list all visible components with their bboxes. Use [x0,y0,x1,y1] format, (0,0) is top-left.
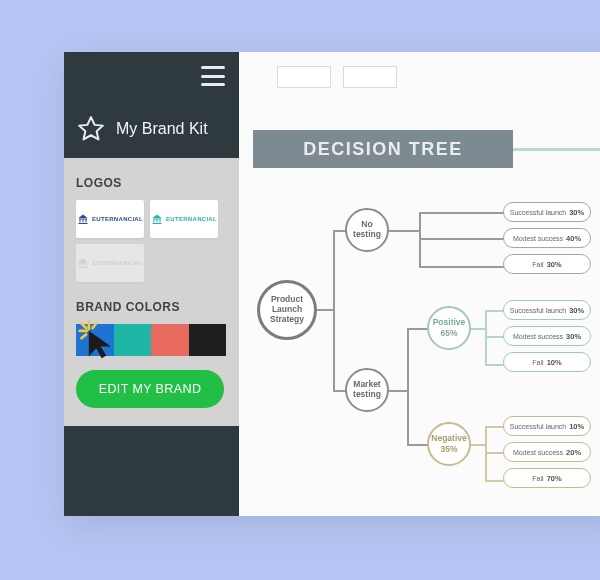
logo-card[interactable]: EUTERNANCIAL [150,200,218,238]
logos-heading: LOGOS [76,176,227,190]
outcome-pct: 70% [547,474,562,483]
brand-kit-label: My Brand Kit [116,120,208,138]
outcome-pill[interactable]: Fail10% [503,352,591,372]
outcomes-positive: Successful launch30%Modest success30%Fai… [503,300,591,372]
outcome-pct: 20% [566,448,581,457]
sidebar-footer [64,426,239,516]
outcomes-no-testing: Successful launch30%Modest success40%Fai… [503,202,591,274]
bank-icon [77,257,89,269]
color-swatch[interactable] [189,324,227,356]
outcome-label: Fail [532,359,543,366]
logo-grid: EUTERNANCIALEUTERNANCIALEUTERNANCIAL [76,200,227,282]
node-no-testing[interactable]: No testing [345,208,389,252]
outcome-pill[interactable]: Successful launch10% [503,416,591,436]
placeholder-box[interactable] [343,66,397,88]
logos-section: LOGOS EUTERNANCIALEUTERNANCIALEUTERNANCI… [64,158,239,282]
outcome-label: Successful launch [510,423,566,430]
node-positive[interactable]: Positive 65% [427,306,471,350]
logo-card[interactable]: EUTERNANCIAL [76,244,144,282]
editor-canvas[interactable]: DECISION TREE Product Launch Strategy No… [239,52,600,516]
node-pct: 65% [440,329,457,339]
outcome-pill[interactable]: Successful launch30% [503,300,591,320]
outcome-pct: 30% [569,306,584,315]
diagram-title: DECISION TREE [253,130,513,168]
outcome-pct: 30% [569,208,584,217]
color-swatch[interactable] [114,324,152,356]
outcome-pct: 10% [547,358,562,367]
outcome-label: Successful launch [510,209,566,216]
node-pct: 35% [440,445,457,455]
sidebar-header: My Brand Kit [64,52,239,158]
outcome-pill[interactable]: Modest success20% [503,442,591,462]
outcome-pill[interactable]: Successful launch30% [503,202,591,222]
node-label: Product Launch Strategy [260,295,314,324]
logo-card[interactable]: EUTERNANCIAL [76,200,144,238]
brand-kit-title: My Brand Kit [76,114,227,144]
color-swatch[interactable] [76,324,114,356]
brand-colors-section: BRAND COLORS [64,282,239,356]
node-root[interactable]: Product Launch Strategy [257,280,317,340]
outcome-label: Modest success [513,449,563,456]
star-icon [76,114,106,144]
bank-icon [77,213,89,225]
logo-text: EUTERNANCIAL [92,260,143,266]
outcome-label: Modest success [513,235,563,242]
outcome-pct: 10% [569,422,584,431]
outcome-label: Modest success [513,333,563,340]
outcome-pill[interactable]: Fail70% [503,468,591,488]
app-window: My Brand Kit LOGOS EUTERNANCIALEUTERNANC… [64,52,600,516]
bank-icon [151,213,163,225]
edit-brand-button[interactable]: EDIT MY BRAND [76,370,224,408]
canvas-top-placeholders [277,66,397,88]
outcome-pct: 30% [566,332,581,341]
outcome-label: Fail [532,261,543,268]
color-swatches [76,324,226,356]
menu-icon[interactable] [201,66,225,86]
outcome-label: Fail [532,475,543,482]
node-label: Negative [431,434,466,444]
sidebar: My Brand Kit LOGOS EUTERNANCIALEUTERNANC… [64,52,239,516]
node-label: No testing [347,220,387,240]
outcome-pill[interactable]: Fail30% [503,254,591,274]
logo-text: EUTERNANCIAL [92,216,143,222]
node-label: Positive [433,318,466,328]
color-swatch[interactable] [151,324,189,356]
outcome-pill[interactable]: Modest success40% [503,228,591,248]
diagram-title-rule [513,148,600,151]
placeholder-box[interactable] [277,66,331,88]
logo-text: EUTERNANCIAL [166,216,217,222]
outcome-pct: 30% [547,260,562,269]
node-negative[interactable]: Negative 35% [427,422,471,466]
outcome-label: Successful launch [510,307,566,314]
outcome-pct: 40% [566,234,581,243]
node-label: Market testing [347,380,387,400]
outcomes-negative: Successful launch10%Modest success20%Fai… [503,416,591,488]
outcome-pill[interactable]: Modest success30% [503,326,591,346]
brand-colors-heading: BRAND COLORS [76,300,227,314]
node-market-testing[interactable]: Market testing [345,368,389,412]
